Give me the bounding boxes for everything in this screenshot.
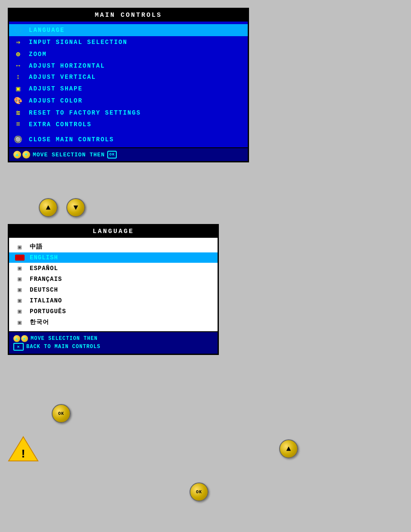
lang-icon-en (15, 255, 25, 261)
zoom-icon: ⊕ (13, 50, 24, 59)
ok-icon-inline: OK (107, 151, 117, 159)
lang-bottom-text2: BACK TO MAIN CONTROLS (26, 344, 100, 350)
bottom-bar-text: MOVE SELECTION THEN (33, 152, 105, 158)
svg-text:!: ! (20, 448, 27, 461)
close-main-controls-label: CLOSE MAIN CONTROLS (29, 136, 114, 143)
close-main-controls[interactable]: 🔘 CLOSE MAIN CONTROLS (9, 133, 248, 147)
lang-bottom-text1: MOVE SELECTION THEN (31, 336, 98, 342)
lang-label-es: ESPAÑOL (30, 265, 58, 272)
menu-item-language[interactable]: 🌐 LANGUAGE (9, 24, 248, 36)
menu-item-zoom-label: ZOOM (29, 51, 47, 58)
menu-item-adjust-shape[interactable]: ▣ ADJUST SHAPE (9, 83, 248, 95)
lang-item-en[interactable]: ENGLISH (9, 252, 218, 263)
language-list: ▣ 中語 ENGLISH ▣ ESPAÑOL ▣ FRANÇAIS ▣ DEUT… (9, 238, 218, 331)
lang-label-de: DEUTSCH (30, 286, 58, 293)
lang-icon-ko: ▣ (15, 319, 25, 326)
warning-triangle-svg: ! (8, 435, 39, 463)
lang-label-pt: PORTUGUÊS (30, 308, 66, 315)
lang-label-en: ENGLISH (30, 254, 58, 261)
up-down-icons: ▲ ▼ (13, 151, 30, 159)
extra-controls-icon: ≡ (13, 121, 24, 128)
lang-label-it: ITALIANO (30, 297, 62, 304)
lang-bottom-line1: ▲ ▼ MOVE SELECTION THEN (13, 335, 213, 342)
ok-label: OK (58, 411, 64, 416)
language-panel: LANGUAGE ▣ 中語 ENGLISH ▣ ESPAÑOL ▣ FRANÇA… (8, 224, 219, 355)
main-controls-panel: MAIN CONTROLS 🌐 LANGUAGE ⇒ INPUT SIGNAL … (8, 8, 249, 162)
lang-label-zh: 中語 (30, 243, 43, 251)
language-bottom-bar: ▲ ▼ MOVE SELECTION THEN ✕ BACK TO MAIN C… (9, 331, 218, 354)
warning-triangle-icon: ! (8, 435, 39, 465)
input-signal-icon: ⇒ (13, 38, 24, 47)
lang-item-pt[interactable]: ▣ PORTUGUÊS (9, 306, 218, 317)
menu-item-input-signal-label: INPUT SIGNAL SELECTION (29, 39, 128, 46)
lang-icon-zh: ▣ (15, 243, 25, 251)
menu-item-adjust-color-label: ADJUST COLOR (29, 97, 83, 104)
ok-bc-label: OK (196, 490, 202, 495)
menu-item-reset-factory-label: RESET TO FACTORY SETTINGS (29, 109, 141, 116)
menu-item-reset-factory[interactable]: ≋ RESET TO FACTORY SETTINGS (9, 107, 248, 119)
menu-item-adjust-vertical[interactable]: ↕ ADJUST VERTICAL (9, 72, 248, 83)
lang-icon-de: ▣ (15, 286, 25, 293)
lang-item-zh[interactable]: ▣ 中語 (9, 241, 218, 252)
menu-item-adjust-color[interactable]: 🎨 ADJUST COLOR (9, 95, 248, 107)
lang-label-ko: 한국어 (30, 318, 49, 326)
lang-item-es[interactable]: ▣ ESPAÑOL (9, 263, 218, 274)
nav-arrows-main: ▲ ▼ (39, 198, 85, 217)
move-icons: ▲ ▼ (13, 335, 28, 342)
menu-item-input-signal[interactable]: ⇒ INPUT SIGNAL SELECTION (9, 36, 248, 48)
ok-button-bc-icon[interactable]: OK (190, 482, 209, 501)
lang-icon-it: ▣ (15, 297, 25, 304)
lang-item-fr[interactable]: ▣ FRANÇAIS (9, 274, 218, 284)
up-arrow-br-button[interactable]: ▲ (279, 439, 298, 458)
up-arrow-bottom-right[interactable]: ▲ (279, 439, 298, 458)
lang-label-fr: FRANÇAIS (30, 276, 62, 283)
menu-items-list: 🌐 LANGUAGE ⇒ INPUT SIGNAL SELECTION ⊕ ZO… (9, 22, 248, 133)
up-arrow-button[interactable]: ▲ (39, 198, 58, 217)
menu-item-adjust-shape-label: ADJUST SHAPE (29, 85, 83, 92)
vertical-icon: ↕ (13, 73, 24, 81)
ok-button-bottom-center[interactable]: OK (190, 482, 209, 501)
lang-bottom-line2: ✕ BACK TO MAIN CONTROLS (13, 343, 213, 351)
horizontal-icon: ↔ (13, 62, 24, 70)
menu-item-adjust-vertical-label: ADJUST VERTICAL (29, 74, 96, 81)
close-icon: 🔘 (13, 135, 24, 144)
lang-item-it[interactable]: ▣ ITALIANO (9, 295, 218, 306)
main-controls-title: MAIN CONTROLS (9, 9, 248, 22)
menu-item-language-label: LANGUAGE (29, 27, 65, 34)
down-arrow-button[interactable]: ▼ (66, 198, 85, 217)
menu-item-adjust-horizontal[interactable]: ↔ ADJUST HORIZONTAL (9, 60, 248, 72)
lang-icon-fr: ▣ (15, 275, 25, 283)
shape-icon: ▣ (13, 84, 24, 93)
lang-icon-pt: ▣ (15, 308, 25, 315)
ok-button-language[interactable]: OK (52, 404, 71, 423)
menu-item-extra-controls-label: EXTRA CONTROLS (29, 121, 92, 128)
menu-item-adjust-horizontal-label: ADJUST HORIZONTAL (29, 62, 105, 69)
reset-icon: ≋ (13, 109, 24, 117)
language-panel-title: LANGUAGE (9, 225, 218, 238)
color-icon: 🎨 (13, 96, 24, 105)
main-controls-bottom-bar: ▲ ▼ MOVE SELECTION THEN OK (9, 147, 248, 161)
language-icon: 🌐 (13, 26, 24, 34)
ok-button-icon[interactable]: OK (52, 404, 71, 423)
lang-icon-es: ▣ (15, 264, 25, 272)
lang-item-de[interactable]: ▣ DEUTSCH (9, 284, 218, 295)
lang-item-ko[interactable]: ▣ 한국어 (9, 317, 218, 328)
menu-item-zoom[interactable]: ⊕ ZOOM (9, 48, 248, 60)
back-ok-icon: ✕ (13, 343, 24, 351)
menu-item-extra-controls[interactable]: ≡ EXTRA CONTROLS (9, 119, 248, 130)
